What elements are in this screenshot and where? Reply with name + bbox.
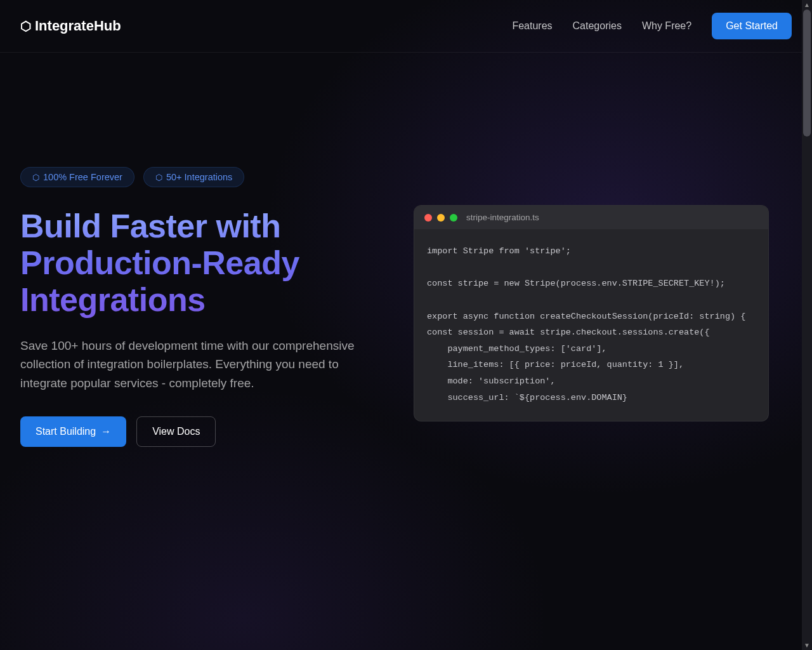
hero-headline: Build Faster with Production-Ready Integ… [20,208,376,319]
scrollbar-track[interactable] [802,10,812,640]
scroll-down-icon[interactable]: ▼ [804,640,810,650]
scrollbar-thumb[interactable] [803,10,811,136]
code-body: import Stripe from 'stripe'; const strip… [414,229,768,421]
badge-free-forever: ⬡ 100% Free Forever [20,167,134,187]
start-building-label: Start Building [36,426,96,437]
hero-subhead: Save 100+ hours of development time with… [20,336,376,392]
start-building-button[interactable]: Start Building → [20,416,126,447]
badge-integrations: ⬡ 50+ Integrations [143,167,244,187]
hero-left: ⬡ 100% Free Forever ⬡ 50+ Integrations B… [20,167,376,447]
badge-icon: ⬡ [155,173,162,182]
maximize-icon[interactable] [450,214,457,222]
nav-right: Features Categories Why Free? Get Starte… [512,13,792,39]
code-window: stripe-integration.ts import Stripe from… [414,205,769,421]
badge-text: 50+ Integrations [166,172,232,182]
badges: ⬡ 100% Free Forever ⬡ 50+ Integrations [20,167,376,187]
cta-row: Start Building → View Docs [20,416,376,447]
scrollbar[interactable]: ▲ ▼ [802,0,812,650]
badge-icon: ⬡ [32,173,39,182]
view-docs-button[interactable]: View Docs [136,416,216,447]
code-header: stripe-integration.ts [414,206,768,229]
hero-section: ⬡ 100% Free Forever ⬡ 50+ Integrations B… [0,53,812,447]
nav-link-features[interactable]: Features [512,20,552,32]
get-started-button[interactable]: Get Started [712,13,792,39]
logo[interactable]: ⬡ IntegrateHub [20,18,121,34]
close-icon[interactable] [424,214,432,222]
logo-text: IntegrateHub [35,18,121,34]
scroll-up-icon[interactable]: ▲ [804,0,810,10]
nav-link-why-free[interactable]: Why Free? [642,20,691,32]
code-filename: stripe-integration.ts [466,213,539,222]
hero-right: stripe-integration.ts import Stripe from… [414,167,769,421]
nav-link-categories[interactable]: Categories [573,20,622,32]
minimize-icon[interactable] [437,214,445,222]
arrow-right-icon: → [101,426,111,437]
traffic-lights [424,214,457,222]
badge-text: 100% Free Forever [43,172,122,182]
top-nav: ⬡ IntegrateHub Features Categories Why F… [0,0,812,53]
logo-icon: ⬡ [20,20,31,32]
